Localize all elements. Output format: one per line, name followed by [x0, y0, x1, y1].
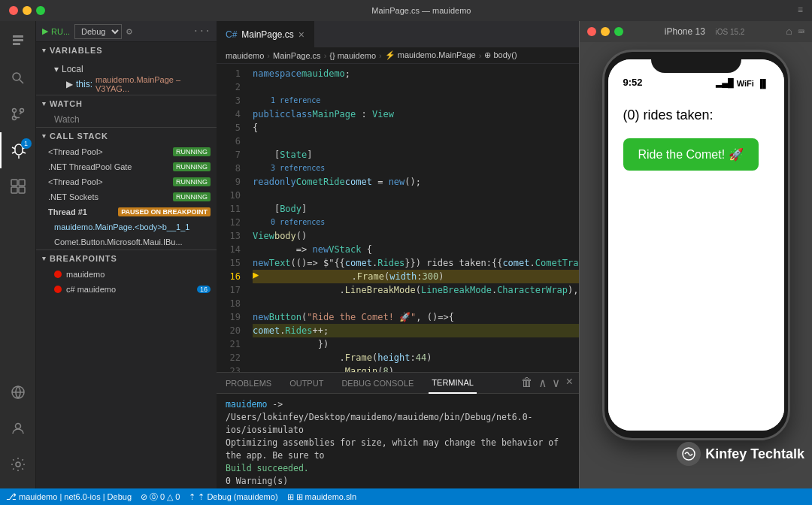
activity-debug[interactable]: 1: [0, 132, 36, 168]
tab-output[interactable]: OUTPUT: [286, 373, 326, 394]
activity-source-control[interactable]: [0, 96, 36, 132]
svg-rect-1: [13, 39, 23, 41]
simulator-title-group: iPhone 13 iOS 15.2: [665, 25, 745, 38]
watermark: Kinfey Techtalk: [677, 442, 804, 466]
maximize-button[interactable]: [36, 6, 45, 15]
stack-thread-1[interactable]: Thread #1 PAUSED ON BREAKPOINT: [36, 204, 217, 219]
code-content[interactable]: namespace mauidemo; 1 reference public c…: [247, 64, 579, 372]
debug-more-icon[interactable]: ···: [193, 26, 211, 37]
terminal-down-icon[interactable]: ∨: [553, 376, 560, 391]
code-line-2: [253, 80, 579, 94]
tab-mainpage[interactable]: C# MainPage.cs ×: [217, 21, 314, 47]
status-bar: ⎇ mauidemo | net6.0-ios | Debug ⊘ ⓪ 0 △ …: [0, 488, 812, 505]
terminal-panel: PROBLEMS OUTPUT DEBUG CONSOLE TERMINAL 🗑…: [217, 372, 579, 488]
layout-icon[interactable]: ≡: [798, 5, 803, 16]
svg-rect-14: [19, 180, 25, 186]
variables-header[interactable]: ▾ VARIABLES: [36, 42, 217, 59]
debug-badge: 1: [21, 138, 32, 149]
watch-item: Watch: [36, 112, 217, 127]
code-line-16: ⯈ .Frame(width:300): [253, 270, 579, 283]
code-line-14: => new VStack {: [253, 243, 579, 256]
camera-icon[interactable]: ⌨: [798, 26, 804, 38]
debug-sidebar: ▶ RU... Debug ⚙ ··· ▾ VARIABLES ▾ Local …: [36, 21, 217, 488]
terminal-up-icon[interactable]: ∧: [539, 376, 547, 391]
code-line-15: new Text(()=> $"{{comet.Rides}}) rides t…: [253, 256, 579, 270]
stack-call-2[interactable]: Comet.Button.Microsoft.Maui.IBu...: [36, 234, 217, 249]
battery-icon: ▐▌: [757, 79, 769, 88]
breadcrumb-method[interactable]: ⊕ body(): [484, 50, 517, 60]
tab-close-icon[interactable]: ×: [298, 29, 304, 41]
close-button[interactable]: [9, 6, 18, 15]
breakpoints-header[interactable]: ▾ BREAKPOINTS: [36, 250, 217, 267]
call-stack-section: ▾ CALL STACK <Thread Pool> RUNNING .NET …: [36, 127, 217, 249]
activity-search[interactable]: [0, 60, 36, 96]
svg-point-3: [13, 73, 20, 80]
variables-this-item[interactable]: ▶ this: mauidemo.MainPage – V3YAG...: [36, 77, 217, 92]
stack-threadpool-gate[interactable]: .NET ThreadPool Gate RUNNING: [36, 159, 217, 174]
stack-net-sockets[interactable]: .NET Sockets RUNNING: [36, 189, 217, 204]
call-stack-header[interactable]: ▾ CALL STACK: [36, 128, 217, 144]
breadcrumb-mainpage[interactable]: MainPage.cs: [273, 51, 321, 60]
breadcrumb-mauidemo[interactable]: mauidemo: [226, 51, 264, 60]
status-file[interactable]: ⊞ ⊞ mauidemo.sln: [287, 492, 357, 502]
debug-settings-icon[interactable]: ⚙: [126, 26, 132, 38]
home-icon[interactable]: ⌂: [786, 26, 792, 38]
tab-problems[interactable]: PROBLEMS: [223, 373, 274, 394]
sim-minimize-button[interactable]: [601, 27, 610, 36]
iphone-body: (0) rides taken: Ride the Comet! 🚀: [608, 92, 784, 431]
debug-arrow-icon: ⯈: [253, 270, 262, 283]
breadcrumb-class[interactable]: ⚡ mauidemo.MainPage: [385, 50, 476, 60]
status-branch[interactable]: ⎇ mauidemo | net6.0-ios | Debug: [6, 491, 132, 502]
stack-thread-pool-2[interactable]: <Thread Pool> RUNNING: [36, 174, 217, 189]
code-line-18: [253, 297, 579, 310]
title-bar: MainPage.cs — mauidemo ≡: [0, 0, 812, 21]
variables-section: ▾ VARIABLES ▾ Local ▶ this: mauidemo.Mai…: [36, 42, 217, 95]
terminal-content[interactable]: mauidemo -> /Users/lokinfey/Desktop/maui…: [217, 394, 579, 488]
breadcrumb-namespace[interactable]: {} mauidemo: [329, 51, 376, 60]
activity-remote[interactable]: [0, 374, 36, 410]
breadcrumb: mauidemo › MainPage.cs › {} mauidemo › ⚡…: [217, 47, 579, 64]
terminal-trash-icon[interactable]: 🗑: [521, 376, 533, 391]
variables-local-item[interactable]: ▾ Local: [36, 62, 217, 77]
svg-line-11: [23, 152, 26, 153]
stack-thread-pool-1[interactable]: <Thread Pool> RUNNING: [36, 144, 217, 159]
activity-extensions[interactable]: [0, 168, 36, 204]
terminal-tab-bar: PROBLEMS OUTPUT DEBUG CONSOLE TERMINAL 🗑…: [217, 373, 579, 394]
terminal-close-icon[interactable]: ×: [565, 376, 573, 391]
breakpoint-item-1[interactable]: mauidemo: [36, 267, 217, 282]
code-line-21: }): [253, 337, 579, 351]
signal-icon: ▂▄█: [716, 78, 734, 88]
svg-point-19: [15, 424, 20, 429]
stack-call-1[interactable]: mauidemo.MainPage.<body>b__1_1: [36, 219, 217, 234]
ride-comet-button[interactable]: Ride the Comet! 🚀: [623, 138, 759, 171]
rides-text: (0) rides taken:: [623, 107, 769, 123]
breakpoint-item-2[interactable]: c# mauidemo 16: [36, 282, 217, 297]
tab-terminal[interactable]: TERMINAL: [429, 373, 477, 394]
code-line-5: {: [253, 121, 579, 135]
breakpoints-section: ▾ BREAKPOINTS mauidemo c# mauidemo 16: [36, 249, 217, 297]
activity-settings[interactable]: [0, 446, 36, 482]
minimize-button[interactable]: [23, 6, 32, 15]
chevron-down-icon: ▾: [42, 100, 47, 107]
sim-maximize-button[interactable]: [614, 27, 623, 36]
sim-close-button[interactable]: [587, 27, 596, 36]
activity-account[interactable]: [0, 410, 36, 446]
iphone-notch: [651, 52, 741, 73]
editor-area: C# MainPage.cs × mauidemo › MainPage.cs …: [217, 21, 579, 488]
watch-header[interactable]: ▾ WATCH: [36, 95, 217, 112]
watch-section: ▾ WATCH Watch: [36, 95, 217, 127]
run-button[interactable]: ▶ RU...: [42, 26, 70, 36]
activity-explorer[interactable]: [0, 24, 36, 60]
simulator-traffic-lights: [587, 27, 623, 36]
iphone-time: 9:52: [623, 77, 643, 88]
tab-debug-console[interactable]: DEBUG CONSOLE: [338, 373, 417, 394]
svg-rect-0: [13, 35, 23, 38]
debug-toolbar: ▶ RU... Debug ⚙ ···: [36, 21, 217, 42]
line-numbers: 1 2 3 4 5 6 7 8 9 10 11 12 13 14 15 16 1…: [217, 64, 247, 372]
svg-point-5: [12, 109, 16, 113]
terminal-line-1: mauidemo -> /Users/lokinfey/Desktop/maui…: [226, 398, 570, 437]
debug-config-select[interactable]: Debug: [74, 24, 122, 39]
status-git[interactable]: ⇡ ⇡ Debug (mauidemo): [189, 492, 277, 502]
simulator-icons: ⌂ ⌨: [786, 26, 804, 38]
status-errors[interactable]: ⊘ ⓪ 0 △ 0: [141, 491, 180, 503]
